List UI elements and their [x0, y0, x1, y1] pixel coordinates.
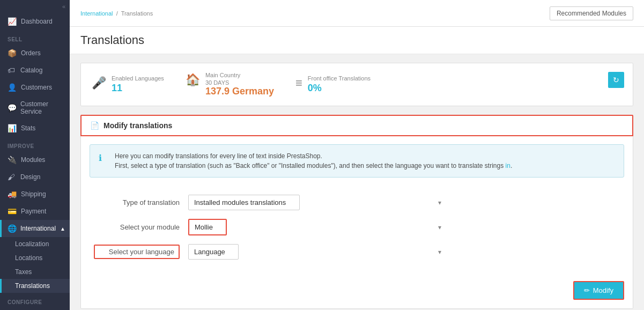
language-select-wrapper: Language: [188, 244, 446, 260]
modify-info-box: ℹ Here you can modify translations for e…: [90, 144, 624, 178]
modify-button[interactable]: ✏ Modify: [573, 281, 624, 300]
sidebar-sub-translations[interactable]: Translations: [0, 279, 70, 293]
main-content: International / Translations Recommended…: [70, 0, 644, 310]
sidebar: « 📈 Dashboard SELL 📦 Orders 🏷 Catalog 👤 …: [0, 0, 70, 310]
payment-icon: 💳: [8, 207, 17, 216]
refresh-button[interactable]: ↻: [608, 72, 624, 88]
pencil-icon: ✏: [584, 286, 590, 294]
module-label: Select your module: [94, 223, 180, 231]
chevron-up-icon: ▲: [60, 226, 65, 232]
home-icon: 🏠: [186, 73, 200, 87]
international-label: International: [20, 225, 56, 232]
main-country-label: Main Country: [205, 72, 274, 78]
orders-label: Orders: [21, 49, 41, 57]
type-translation-row: Type of translation Installed modules tr…: [94, 195, 620, 210]
modules-icon: 🔌: [8, 156, 17, 164]
sidebar-sub-taxes[interactable]: Taxes: [0, 265, 70, 279]
stat-front-office: ≡ Front office Translations 0%: [295, 75, 371, 94]
front-office-label: Front office Translations: [308, 75, 371, 82]
modify-translations-card: 📄 Modify translations ℹ Here you can mod…: [80, 115, 633, 309]
language-label: Select your language: [94, 245, 180, 259]
stat-main-country: 🏠 Main Country 30 DAYS 137.9 Germany: [186, 72, 274, 97]
sidebar-item-design[interactable]: 🖌 Design: [0, 168, 70, 186]
file-icon: 📄: [90, 121, 99, 130]
modify-translations-header: 📄 Modify translations: [80, 115, 633, 136]
page-header: Translations: [70, 27, 644, 54]
stats-row: 🎤 Enabled Languages 11 🏠 Main Country 30…: [81, 63, 633, 106]
module-select-wrapper: Mollie: [188, 219, 446, 235]
breadcrumb-current: Translations: [121, 10, 153, 17]
main-country-sublabel: 30 DAYS: [205, 79, 274, 86]
sidebar-item-international[interactable]: 🌐 International ▲: [0, 220, 70, 237]
sidebar-item-orders[interactable]: 📦 Orders: [0, 45, 70, 62]
design-icon: 🖌: [8, 173, 16, 181]
sidebar-sub-locations[interactable]: Locations: [0, 251, 70, 265]
type-select-wrapper: Installed modules translations: [188, 195, 446, 210]
modify-translations-title: Modify translations: [103, 121, 172, 130]
sidebar-item-customers[interactable]: 👤 Customers: [0, 79, 70, 96]
info-icon: ℹ: [99, 152, 109, 171]
module-select[interactable]: Mollie: [188, 219, 227, 235]
stat-enabled-languages: 🎤 Enabled Languages 11: [92, 75, 164, 94]
main-country-value: 137.9 Germany: [205, 86, 274, 97]
stats-label: Stats: [21, 124, 35, 132]
sidebar-item-customer-service[interactable]: 💬 Customer Service: [0, 96, 70, 120]
microphone-icon: 🎤: [92, 76, 106, 90]
international-icon: 🌐: [8, 224, 16, 233]
modify-form-actions: ✏ Modify: [81, 277, 633, 308]
modify-info-text: Here you can modify translations for eve…: [115, 151, 512, 171]
improve-section-label: IMPROVE: [0, 137, 70, 151]
modules-label: Modules: [21, 156, 45, 164]
collapse-icon: «: [62, 3, 65, 10]
breadcrumb: International / Translations: [80, 10, 153, 17]
payment-label: Payment: [21, 208, 46, 215]
sidebar-sub-localization[interactable]: Localization: [0, 237, 70, 251]
modify-form: Type of translation Installed modules tr…: [81, 186, 633, 277]
sidebar-item-shipping[interactable]: 🚚 Shipping: [0, 186, 70, 203]
page-title: Translations: [80, 33, 144, 47]
dashboard-label: Dashboard: [21, 18, 53, 25]
sidebar-item-modules[interactable]: 🔌 Modules: [0, 151, 70, 168]
sidebar-item-catalog[interactable]: 🏷 Catalog: [0, 62, 70, 79]
sell-section-label: SELL: [0, 30, 70, 45]
top-bar: International / Translations Recommended…: [70, 0, 644, 27]
orders-icon: 📦: [8, 49, 17, 57]
module-select-row: Select your module Mollie: [94, 219, 620, 235]
content-area: 🎤 Enabled Languages 11 🏠 Main Country 30…: [70, 54, 644, 310]
sidebar-collapse-btn[interactable]: «: [0, 0, 70, 13]
design-label: Design: [20, 173, 40, 181]
enabled-languages-label: Enabled Languages: [112, 75, 164, 82]
shipping-label: Shipping: [21, 190, 46, 198]
breadcrumb-parent[interactable]: International: [80, 10, 113, 17]
configure-section-label: CONFIGURE: [0, 293, 70, 307]
recommended-modules-button[interactable]: Recommended Modules: [550, 6, 633, 20]
type-label: Type of translation: [94, 198, 180, 206]
front-office-value: 0%: [308, 83, 371, 94]
sidebar-item-stats[interactable]: 📊 Stats: [0, 120, 70, 137]
catalog-icon: 🏷: [8, 66, 16, 75]
stats-icon: 📊: [8, 124, 17, 132]
stats-card: 🎤 Enabled Languages 11 🏠 Main Country 30…: [80, 63, 633, 106]
dashboard-icon: 📈: [8, 17, 17, 26]
sidebar-item-dashboard[interactable]: 📈 Dashboard: [0, 13, 70, 30]
customer-service-icon: 💬: [8, 104, 16, 112]
sidebar-item-mollie[interactable]: 🔷 Mollie: [0, 307, 70, 310]
type-select[interactable]: Installed modules translations: [188, 195, 300, 210]
catalog-label: Catalog: [20, 67, 42, 74]
customers-icon: 👤: [8, 83, 17, 92]
list-icon: ≡: [295, 76, 302, 90]
customer-service-label: Customer Service: [20, 100, 62, 115]
customers-label: Customers: [21, 84, 52, 91]
sidebar-item-payment[interactable]: 💳 Payment: [0, 203, 70, 220]
enabled-languages-value: 11: [112, 83, 164, 94]
refresh-icon: ↻: [613, 76, 619, 84]
info-link[interactable]: in: [506, 162, 510, 169]
modify-button-label: Modify: [593, 286, 613, 294]
language-select-row: Select your language Language: [94, 244, 620, 260]
shipping-icon: 🚚: [8, 190, 17, 198]
language-select[interactable]: Language: [188, 244, 239, 260]
